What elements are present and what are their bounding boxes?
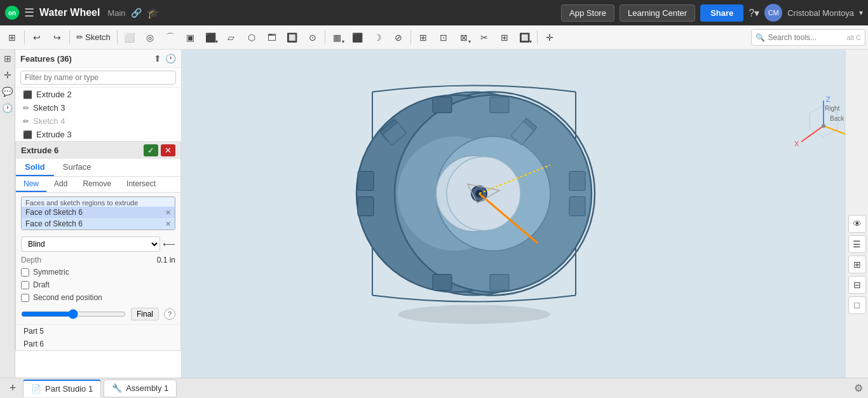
tb-btn-1[interactable]: ⬜ (120, 28, 139, 47)
tb-btn-9[interactable]: 🔲 (283, 28, 302, 47)
extrude3-label: Extrude 3 (36, 130, 72, 139)
extrude-name: Extrude 6 (21, 146, 58, 155)
tab-part-studio[interactable]: 📄 Part Studio 1 (23, 380, 101, 397)
bottombar: + 📄 Part Studio 1 🔧 Assembly 1 ⚙ (0, 378, 868, 398)
face-select-label: Faces and sketch regions to extrude (22, 197, 175, 207)
tb-btn-12[interactable]: ⬛ (348, 28, 367, 47)
hamburger-menu[interactable]: ☰ (24, 6, 34, 20)
help-button[interactable]: ? (164, 308, 175, 320)
feature-item-extrude2[interactable]: ⬛ Extrude 2 (15, 88, 181, 101)
sketch-label: Sketch (85, 32, 111, 42)
tb-btn-4[interactable]: ▣ (181, 28, 200, 47)
axis-indicator: Z Y X Right Back (792, 94, 849, 151)
sketch-tool[interactable]: ✏ Sketch (72, 29, 114, 46)
topbar: on ☰ Water Wheel Main 🔗 🎓 App Store Lear… (0, 0, 868, 25)
rp-btn-grid[interactable]: ⊞ (848, 256, 866, 273)
right-panel: 👁 ☰ ⊞ ⊟ □ (845, 50, 868, 378)
redo-button[interactable]: ↪ (48, 28, 67, 47)
feature-item-sketch4[interactable]: ✏ Sketch 4 (15, 114, 181, 128)
tb-btn-3[interactable]: ⌒ (161, 28, 180, 47)
feature-icon-upload[interactable]: ⬆ (154, 53, 161, 64)
svg-point-5 (398, 305, 550, 324)
doc-branch: Main (107, 8, 125, 18)
extrude-ok-button[interactable]: ✓ (144, 144, 158, 156)
blind-select[interactable]: Blind Through All Symmetric (21, 237, 160, 252)
tab-solid[interactable]: Solid (16, 159, 54, 176)
app-store-button[interactable]: App Store (561, 4, 614, 22)
tb-btn-17[interactable]: ⊠▾ (454, 28, 473, 47)
tb-btn-16[interactable]: ⊡ (434, 28, 453, 47)
logo-icon: on (5, 6, 19, 20)
rp-btn-square[interactable]: □ (848, 296, 866, 314)
sub-tab-intersect[interactable]: Intersect (119, 177, 163, 192)
face-select-item-1-close[interactable]: ✕ (165, 209, 171, 217)
tb-btn-19[interactable]: ⊞ (495, 28, 514, 47)
symmetric-checkbox[interactable] (21, 268, 29, 277)
avatar[interactable]: CM (764, 4, 782, 22)
face-select-item-2-close[interactable]: ✕ (165, 220, 171, 228)
feature-header: Features (36) ⬆ 🕐 (15, 50, 181, 68)
tb-btn-15[interactable]: ⊞ (414, 28, 433, 47)
left-icon-cursor[interactable]: ✛ (4, 70, 11, 80)
tb-btn-10[interactable]: ⊙ (303, 28, 322, 47)
feature-item-sketch3[interactable]: ✏ Sketch 3 (15, 101, 181, 114)
second-end-checkbox[interactable] (21, 294, 29, 302)
viewport[interactable]: Z Y X Right Back (182, 50, 868, 378)
face-select-item-1[interactable]: Face of Sketch 6 ✕ (22, 207, 175, 218)
part-item-6[interactable]: Part 6 (16, 338, 180, 350)
rp-btn-table[interactable]: ⊟ (848, 276, 866, 294)
tb-btn-7[interactable]: ⬡ (242, 28, 261, 47)
tab-surface[interactable]: Surface (54, 159, 100, 176)
logo: on (5, 6, 19, 20)
tb-btn-13[interactable]: ☽ (369, 28, 388, 47)
left-icon-grid[interactable]: ⊞ (4, 53, 11, 64)
face-select-item-2[interactable]: Face of Sketch 6 ✕ (22, 218, 175, 230)
extrude2-label: Extrude 2 (36, 90, 72, 99)
left-icon-chat[interactable]: 💬 (2, 86, 13, 97)
tb-btn-2[interactable]: ◎ (140, 28, 159, 47)
feature-icon-clock[interactable]: 🕐 (165, 53, 176, 64)
user-menu-arrow[interactable]: ▾ (859, 8, 863, 17)
wheel-3d (322, 67, 652, 336)
share-button[interactable]: Share (700, 4, 743, 22)
sub-tab-new[interactable]: New (16, 177, 46, 192)
undo-button[interactable]: ↩ (27, 28, 46, 47)
tb-btn-6[interactable]: ▱ (222, 28, 241, 47)
tab-assembly[interactable]: 🔧 Assembly 1 (104, 380, 177, 397)
doc-title: Water Wheel (39, 7, 100, 18)
tb-btn-11[interactable]: ▦▾ (328, 28, 347, 47)
part-item-5[interactable]: Part 5 (16, 325, 180, 338)
toolbar-grid[interactable]: ⊞ (3, 28, 22, 47)
search-box: 🔍 alt C (751, 29, 865, 46)
sub-tab-add[interactable]: Add (46, 177, 75, 192)
extrude-cancel-button[interactable]: ✕ (161, 144, 175, 156)
sub-tab-remove[interactable]: Remove (75, 177, 119, 192)
tb-btn-21[interactable]: ✛ (540, 28, 559, 47)
tab-icon-part-studio: 📄 (31, 384, 41, 394)
arrow-icon[interactable]: ⟵ (163, 239, 175, 249)
settings-gear-icon[interactable]: ⚙ (854, 382, 863, 394)
filter-input[interactable] (20, 71, 176, 85)
link-icon[interactable]: 🔗 (131, 8, 142, 18)
tb-btn-8[interactable]: 🗔 (262, 28, 281, 47)
feature-item-extrude3[interactable]: ⬛ Extrude 3 (15, 128, 181, 141)
left-icon-clock[interactable]: 🕐 (2, 103, 13, 113)
final-button[interactable]: Final (131, 308, 159, 320)
tb-btn-14[interactable]: ⊘ (389, 28, 408, 47)
draft-checkbox[interactable] (21, 281, 29, 289)
slider-input[interactable] (21, 309, 126, 319)
grad-icon[interactable]: 🎓 (147, 7, 159, 19)
tb-btn-5[interactable]: ⬛▾ (201, 28, 220, 47)
rp-btn-list[interactable]: ☰ (848, 235, 866, 253)
toolbar-sep-5 (410, 31, 411, 45)
add-tab-button[interactable]: + (5, 381, 20, 396)
svg-rect-17 (358, 172, 374, 191)
search-input[interactable] (768, 33, 844, 42)
help-icon[interactable]: ?▾ (749, 7, 759, 19)
feature-header-icons: ⬆ 🕐 (154, 53, 176, 64)
rp-btn-eye[interactable]: 👁 (848, 215, 866, 233)
tb-btn-18[interactable]: ✂ (475, 28, 494, 47)
tb-btn-20[interactable]: 🔲▾ (515, 28, 534, 47)
learning-center-button[interactable]: Learning Center (620, 4, 695, 22)
sketch4-label: Sketch 4 (33, 116, 65, 126)
